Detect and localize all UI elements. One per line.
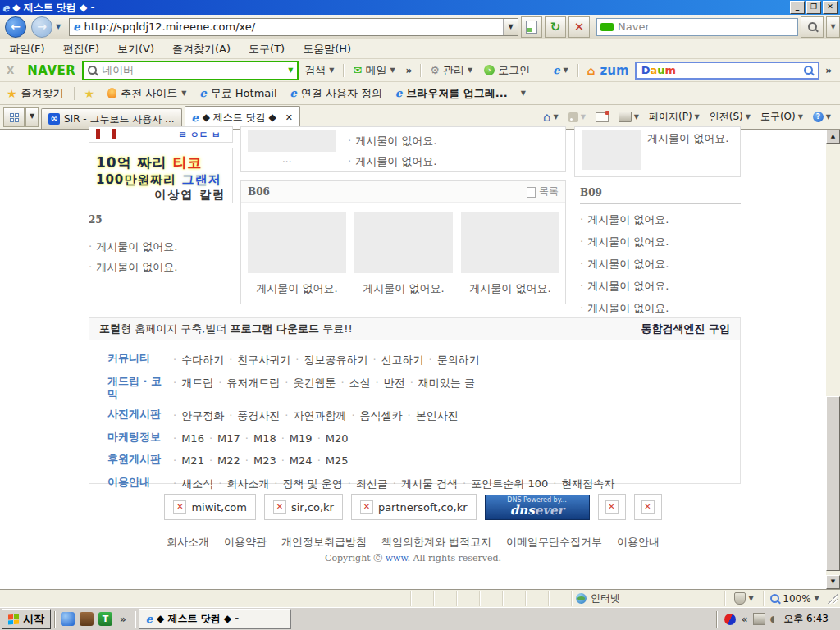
vertical-scrollbar[interactable]: ▲ ▼ <box>826 130 840 589</box>
directory-category[interactable]: 개드립 · 코믹 <box>107 375 171 402</box>
list-link[interactable]: 목록 <box>527 185 559 199</box>
quick-launch-ie-icon[interactable] <box>61 612 75 626</box>
directory-link[interactable]: 포인트순위 100 <box>471 476 548 492</box>
directory-link[interactable]: 수다하기 <box>181 352 224 368</box>
menu-edit[interactable]: 편집(E) <box>54 42 108 57</box>
directory-link[interactable]: M20 <box>326 431 349 447</box>
broken-banner-partnersoft[interactable]: ✕ partnersoft,co,kr <box>351 494 477 520</box>
directory-link[interactable]: M22 <box>217 453 240 469</box>
zoom-control[interactable]: 100% ▼ <box>763 591 826 606</box>
suggested-sites-button[interactable]: 추천 사이트▼ <box>101 86 193 101</box>
protected-mode-panel[interactable]: ▼ <box>724 591 763 606</box>
tab-zest-active[interactable]: e ◆ 제스트 닷컴 ◆ ✕ <box>185 106 300 129</box>
directory-link[interactable]: 게시물 검색 <box>401 476 458 492</box>
safety-menu-button[interactable]: 안전(S)▼ <box>705 110 755 124</box>
quick-launch-chevron[interactable]: » <box>115 614 131 625</box>
directory-link[interactable]: 최신글 <box>356 476 388 492</box>
post-thumbnail[interactable] <box>461 212 559 273</box>
tray-app-icon[interactable] <box>753 613 765 625</box>
speaker-icon[interactable]: ◖ <box>769 614 774 624</box>
read-mail-button[interactable] <box>591 112 613 122</box>
directory-category[interactable]: 마케팅정보 <box>107 431 171 444</box>
directory-link[interactable]: 본인사진 <box>416 408 459 424</box>
forward-button[interactable]: → <box>31 16 52 38</box>
ie-menu-button[interactable]: e ▼ <box>547 65 573 75</box>
directory-category[interactable]: 이용안내 <box>107 476 171 489</box>
footer-link[interactable]: 회사소개 <box>167 535 209 550</box>
stop-button[interactable]: ✕ <box>568 16 590 38</box>
broken-banner[interactable]: ✕ <box>634 494 662 520</box>
directory-link[interactable]: 정보공유하기 <box>304 352 368 368</box>
directory-link[interactable]: M16 <box>181 431 204 447</box>
tab-list-dropdown[interactable]: ▼ <box>25 107 39 127</box>
directory-link[interactable]: 현재접속자 <box>561 476 614 492</box>
naver-mail-button[interactable]: ✉ 메일▼ <box>347 63 400 78</box>
copyright-link[interactable]: www. <box>386 553 410 564</box>
naver-login-button[interactable]: › 로그인 <box>478 63 536 78</box>
directory-link[interactable]: M18 <box>253 431 276 447</box>
dnsever-banner[interactable]: DNS Powered by... dnsever <box>485 495 590 520</box>
directory-link[interactable]: 새소식 <box>181 476 213 492</box>
footer-link[interactable]: 이메일무단수집거부 <box>506 535 602 550</box>
directory-link[interactable]: 신고하기 <box>381 352 424 368</box>
search-engine-purchase-link[interactable]: 통합검색엔진 구입 <box>641 322 730 336</box>
broken-banner-miwit[interactable]: ✕ miwit,com <box>164 494 256 520</box>
menu-favorites[interactable]: 즐겨찾기(A) <box>163 42 240 57</box>
tray-collapse-chevron[interactable]: « <box>740 614 750 625</box>
directory-link[interactable]: 풍경사진 <box>237 408 280 424</box>
feeds-button[interactable]: ▼ <box>564 112 590 122</box>
directory-link[interactable]: 재미있는 글 <box>418 375 475 391</box>
footer-link[interactable]: 개인정보취급방침 <box>281 535 367 550</box>
naver-search-input[interactable]: 네이버 ▼ <box>82 61 299 80</box>
recent-pages-dropdown-icon[interactable]: ▼ <box>56 23 61 30</box>
directory-category[interactable]: 후원게시판 <box>107 453 171 466</box>
back-button[interactable]: ← <box>5 16 26 38</box>
upgrade-browser-link[interactable]: e 브라우저를 업그레... <box>389 86 514 101</box>
directory-link[interactable]: 반전 <box>384 375 405 391</box>
browser-search-input[interactable]: Naver <box>596 18 798 36</box>
directory-link[interactable]: 음식셀카 <box>360 408 403 424</box>
directory-link[interactable]: M25 <box>326 453 349 469</box>
directory-link[interactable]: 안구정화 <box>181 408 224 424</box>
broken-banner[interactable]: ✕ <box>598 494 626 520</box>
zum-home-button[interactable]: ⌂ zum <box>582 63 635 78</box>
compatibility-view-button[interactable] <box>521 16 542 38</box>
scroll-up-button[interactable]: ▲ <box>826 130 840 144</box>
post-thumbnail[interactable] <box>248 130 336 152</box>
quick-launch-t-icon[interactable]: T <box>98 612 112 626</box>
menu-tools[interactable]: 도구(T) <box>240 42 294 57</box>
quick-launch-app-icon[interactable] <box>80 612 94 626</box>
column-banner-image[interactable]: 10억 짜리 티코 100만원짜리 그랜저 이상엽 칼럼 <box>89 148 233 203</box>
resize-grip[interactable] <box>828 593 838 604</box>
quick-tabs-button[interactable] <box>3 107 25 127</box>
hotmail-link[interactable]: e 무료 Hotmail <box>193 86 283 101</box>
print-button[interactable]: ▼ <box>614 112 643 122</box>
toolbar-overflow-chevron[interactable]: » <box>820 65 840 76</box>
url-text[interactable]: http://spqldj12.mireene.com/xe/ <box>84 21 503 33</box>
tools-menu-button[interactable]: 도구(O)▼ <box>756 110 807 124</box>
toolbar-overflow-chevron[interactable]: » <box>401 65 418 76</box>
directory-link[interactable]: 자연과함께 <box>293 408 346 424</box>
naver-search-button[interactable]: 검색▼ <box>299 63 340 78</box>
directory-link[interactable]: M21 <box>181 453 204 469</box>
directory-category[interactable]: 사진게시판 <box>107 408 171 421</box>
menu-file[interactable]: 파일(F) <box>0 42 54 57</box>
footer-link[interactable]: 이용안내 <box>617 535 660 550</box>
refresh-button[interactable]: ↻ <box>545 16 566 38</box>
post-thumbnail[interactable] <box>248 212 346 273</box>
directory-link[interactable]: M17 <box>217 431 240 447</box>
help-button[interactable]: ?▼ <box>809 112 835 122</box>
directory-link[interactable]: 개드립 <box>181 375 213 391</box>
add-favorites-bar-button[interactable]: ★ <box>78 87 102 100</box>
directory-link[interactable]: 정책 및 운영 <box>282 476 342 492</box>
menu-view[interactable]: 보기(V) <box>108 42 163 57</box>
close-button[interactable]: ✕ <box>823 1 838 14</box>
directory-link[interactable]: 웃긴웹툰 <box>293 375 336 391</box>
customize-links[interactable]: e 연결 사용자 정의 <box>284 86 390 101</box>
page-menu-button[interactable]: 페이지(P)▼ <box>645 110 704 124</box>
footer-link[interactable]: 이용약관 <box>224 535 267 550</box>
search-options-dropdown[interactable]: ▼ <box>826 16 840 38</box>
favorites-button[interactable]: ★ 즐겨찾기 <box>0 86 71 101</box>
naver-logo[interactable]: NAVER <box>27 63 75 78</box>
directory-link[interactable]: M24 <box>290 453 313 469</box>
